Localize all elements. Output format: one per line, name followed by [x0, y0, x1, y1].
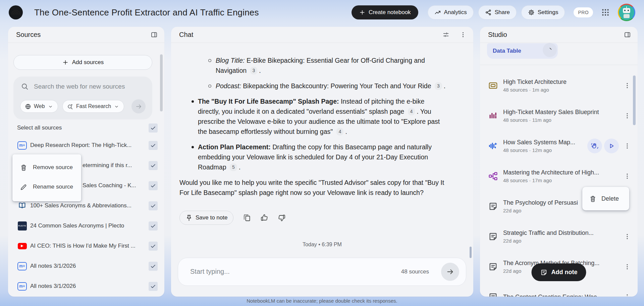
arrow-right-icon	[135, 103, 142, 110]
kebab-menu-icon[interactable]	[624, 293, 631, 297]
delete-menu-label: Delete	[601, 195, 619, 202]
kebab-menu-icon[interactable]	[624, 233, 631, 240]
plus-icon	[62, 59, 69, 66]
list-marker	[208, 59, 211, 62]
research-mode-dropdown[interactable]: Fast Research	[62, 100, 124, 113]
source-checkbox[interactable]	[149, 201, 158, 210]
copy-icon[interactable]	[243, 214, 251, 222]
source-title: All notes 3/1/2026	[30, 263, 145, 269]
remove-source-menu-item[interactable]: Remove source	[12, 158, 81, 177]
source-row[interactable]: m+Deep Research Report: The High-Tick...	[17, 137, 158, 153]
studio-item-row[interactable]: Mastering the Architecture of High...48 …	[488, 167, 631, 186]
chat-scrollbar[interactable]	[470, 247, 472, 258]
trending-up-icon	[434, 9, 441, 16]
studio-item-row[interactable]: Strategic Traffic and Distribution...22d…	[488, 227, 631, 246]
note-m-plus-icon: m+	[17, 262, 27, 270]
data-table-chip[interactable]: Data Table	[487, 43, 558, 59]
add-sources-button[interactable]: Add sources	[13, 55, 152, 70]
studio-item-row[interactable]: High-Ticket Mastery Sales Blueprint48 so…	[488, 106, 631, 125]
chat-block-sub-bullet: Blog Title: E-Bike Bikepacking: Essentia…	[179, 55, 448, 75]
studio-item-row[interactable]: High Ticket Architecture48 sources · 1m …	[488, 76, 631, 95]
source-checkbox[interactable]	[149, 161, 158, 170]
kebab-menu-icon[interactable]	[624, 142, 631, 150]
studio-item-title: The Content Creation Engine: Wee...	[503, 294, 619, 297]
source-checkbox[interactable]	[149, 181, 158, 190]
thumb-down-icon[interactable]	[278, 214, 286, 222]
collapse-panel-icon[interactable]	[624, 31, 631, 38]
source-checkbox[interactable]	[149, 141, 158, 150]
play-icon	[607, 142, 615, 150]
source-checkbox[interactable]	[149, 262, 158, 271]
list-marker	[192, 100, 194, 103]
studio-scrollbar[interactable]	[633, 75, 636, 125]
source-checkbox[interactable]	[149, 282, 158, 291]
kebab-menu-icon[interactable]	[460, 31, 467, 38]
chat-block-paragraph: Would you like me to help you write the …	[179, 177, 448, 198]
thumb-up-icon[interactable]	[260, 214, 268, 222]
source-row[interactable]: PLECTO24 Common Sales Acronyms | Plecto	[17, 218, 158, 234]
kebab-menu-icon[interactable]	[624, 112, 631, 119]
chat-text: Would you like me to help you write the …	[179, 179, 444, 196]
play-button[interactable]	[604, 139, 619, 153]
tune-icon[interactable]	[442, 31, 449, 38]
rename-source-menu-item[interactable]: Rename source	[12, 177, 81, 197]
user-avatar[interactable]	[618, 4, 635, 21]
notebooklm-logo-icon[interactable]	[9, 5, 23, 19]
source-title: 100+ Sales Acronyms & Abbreviations...	[30, 202, 145, 209]
search-input[interactable]: Search the web for new sources	[21, 83, 146, 90]
source-checkbox[interactable]	[149, 242, 158, 251]
remove-source-label: Remove source	[33, 164, 73, 171]
chevron-down-icon	[48, 104, 53, 109]
studio-item-title: Strategic Traffic and Distribution...	[503, 230, 619, 237]
sources-count-badge: 48 sources	[401, 268, 429, 275]
analytics-button[interactable]: Analytics	[428, 5, 474, 19]
list-marker	[208, 85, 211, 88]
collapse-panel-icon[interactable]	[151, 31, 158, 38]
apps-grid-icon[interactable]	[601, 8, 610, 17]
pro-badge: PRO	[574, 7, 593, 17]
add-note-button[interactable]: Add note	[532, 263, 586, 281]
citation-chip[interactable]: 4	[408, 108, 415, 115]
data-table-more-button[interactable]	[543, 43, 557, 57]
studio-item-title: High Ticket Architecture	[503, 79, 619, 86]
settings-label: Settings	[538, 9, 558, 16]
select-all-sources-row: Select all sources	[17, 123, 158, 133]
share-button[interactable]: Share	[478, 5, 517, 19]
studio-context-menu[interactable]: Delete	[582, 187, 629, 210]
research-chip-label: Fast Research	[76, 103, 111, 109]
studio-item-title: How Sales Systems Map...	[503, 139, 585, 146]
source-row[interactable]: AI CEO: THIS is How I'd Make My First ..…	[17, 238, 158, 254]
send-message-button[interactable]	[441, 263, 459, 281]
create-notebook-label: Create notebook	[369, 9, 411, 16]
kebab-menu-icon[interactable]	[624, 263, 631, 270]
studio-item-row[interactable]: The Content Creation Engine: Wee...	[488, 288, 631, 297]
chat-input-box[interactable]: Start typing... 48 sources	[178, 258, 466, 286]
sources-panel-header: Sources	[8, 27, 164, 43]
source-checkbox[interactable]	[149, 221, 158, 231]
chat-text: Blog Title:	[216, 57, 245, 64]
audio-magic-icon	[488, 141, 498, 151]
studio-panel-title: Studio	[488, 31, 507, 39]
source-row[interactable]: m+All notes 3/1/2026	[17, 278, 158, 294]
studio-item-meta: 48 sources · 11m ago	[503, 117, 619, 123]
settings-button[interactable]: Settings	[521, 5, 565, 19]
chat-panel-header: Chat	[171, 27, 473, 43]
hand-wave-button[interactable]	[587, 139, 602, 153]
create-notebook-button[interactable]: Create notebook	[352, 5, 418, 19]
source-title: AI CEO: THIS is How I'd Make My First ..…	[30, 243, 145, 249]
studio-item-row[interactable]: How Sales Systems Map...48 sources · 12m…	[488, 137, 631, 155]
studio-item-meta: 48 sources · 1m ago	[503, 87, 619, 93]
citation-chip[interactable]: 3	[435, 82, 442, 90]
kebab-menu-icon[interactable]	[624, 172, 631, 180]
kebab-menu-icon[interactable]	[624, 82, 631, 89]
search-submit-button[interactable]	[131, 99, 146, 113]
studio-item-title: Mastering the Architecture of High...	[503, 169, 619, 176]
save-to-note-button[interactable]: Save to note	[179, 211, 233, 225]
citation-chip[interactable]: 3	[250, 67, 258, 74]
citation-chip[interactable]: 4	[336, 128, 344, 136]
web-source-dropdown[interactable]: Web	[20, 100, 58, 113]
source-row[interactable]: m+All notes 3/1/2026	[17, 258, 158, 274]
select-all-checkbox[interactable]	[149, 123, 158, 133]
citation-chip[interactable]: 5	[230, 163, 237, 171]
sources-scrollbar[interactable]	[160, 54, 163, 111]
